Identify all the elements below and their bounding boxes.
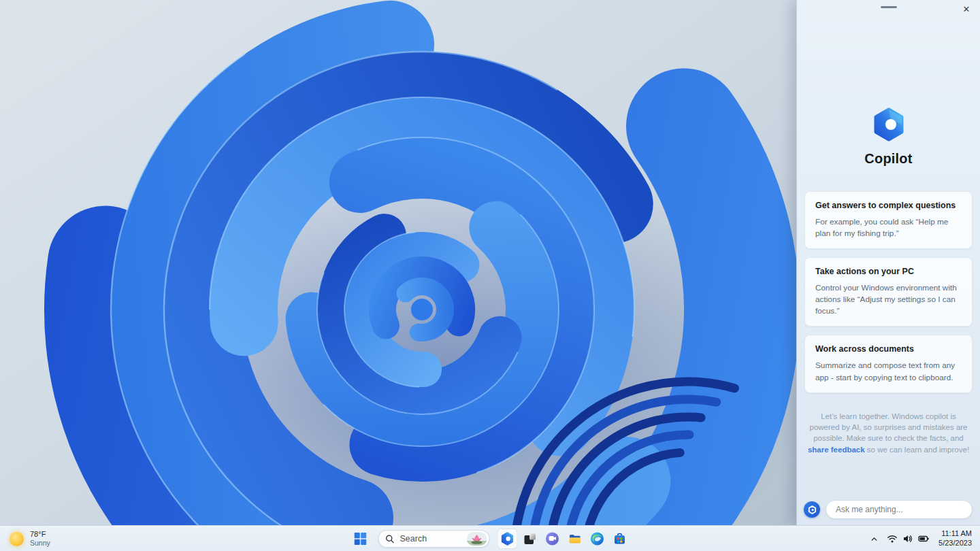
card-body: Summarize and compose text from any app …	[815, 360, 962, 383]
clock-date: 5/23/2023	[938, 539, 972, 548]
chat-icon	[546, 532, 559, 546]
copilot-avatar-icon	[804, 501, 820, 518]
copilot-icon	[501, 532, 514, 546]
taskbar-center-cluster: Search	[350, 526, 630, 551]
search-icon	[386, 535, 395, 544]
chevron-up-icon	[870, 535, 879, 544]
store-button[interactable]	[610, 529, 630, 549]
suggestion-card-take-actions[interactable]: Take actions on your PC Control your Win…	[804, 257, 973, 327]
chat-input-row	[804, 500, 973, 519]
weather-condition: Sunny	[30, 539, 50, 548]
panel-drag-handle[interactable]	[881, 6, 897, 8]
file-explorer-button[interactable]	[565, 529, 585, 549]
suggestion-cards: Get answers to complex questions For exa…	[804, 191, 973, 393]
windows-logo-icon	[355, 533, 367, 545]
card-title: Take actions on your PC	[815, 267, 962, 276]
search-box[interactable]: Search	[378, 530, 490, 548]
clock[interactable]: 11:11 AM 5/23/2023	[934, 529, 977, 548]
edge-icon	[591, 532, 604, 546]
card-body: For example, you could ask “Help me plan…	[815, 216, 962, 239]
volume-icon	[902, 533, 913, 544]
start-button[interactable]	[350, 529, 371, 549]
wifi-icon	[887, 533, 898, 544]
edge-button[interactable]	[587, 529, 608, 549]
weather-widget[interactable]: 78°F Sunny	[3, 526, 57, 551]
ask-me-anything-input[interactable]	[826, 500, 973, 519]
taskbar-copilot-button[interactable]	[497, 529, 518, 549]
taskbar: 78°F Sunny Search	[0, 525, 980, 551]
panel-title: Copilot	[797, 151, 980, 167]
weather-temperature: 78°F	[30, 530, 50, 539]
task-view-icon	[523, 533, 536, 546]
file-explorer-icon	[568, 532, 582, 546]
chat-button[interactable]	[542, 529, 563, 549]
desktop[interactable]	[0, 0, 796, 525]
copilot-logo-icon	[872, 107, 906, 141]
card-title: Get answers to complex questions	[815, 201, 962, 210]
sun-icon	[10, 532, 24, 546]
search-highlight-image	[467, 532, 487, 546]
search-label: Search	[400, 534, 467, 544]
close-icon[interactable]: ✕	[958, 1, 975, 18]
clock-time: 11:11 AM	[941, 529, 972, 539]
disclaimer-text: so we can learn and improve!	[867, 446, 969, 454]
quick-settings-button[interactable]	[883, 529, 933, 549]
share-feedback-link[interactable]: share feedback	[808, 446, 865, 454]
disclaimer-text: Let’s learn together. Windows copilot is…	[809, 412, 967, 443]
card-title: Work across documents	[815, 344, 962, 354]
copilot-panel: ✕ Copilot Get answers to complex questio…	[796, 0, 980, 525]
battery-icon	[918, 533, 930, 544]
hidden-icons-button[interactable]	[866, 529, 882, 549]
task-view-button[interactable]	[520, 529, 540, 549]
card-body: Control your Windows environment with ac…	[815, 282, 962, 317]
suggestion-card-complex-questions[interactable]: Get answers to complex questions For exa…	[804, 191, 973, 249]
system-tray: 11:11 AM 5/23/2023	[866, 526, 977, 551]
ai-disclaimer: Let’s learn together. Windows copilot is…	[806, 411, 970, 455]
suggestion-card-work-across-documents[interactable]: Work across documents Summarize and comp…	[804, 335, 973, 393]
wallpaper-bloom-image	[0, 0, 796, 525]
store-icon	[613, 532, 627, 546]
screen: ✕ Copilot Get answers to complex questio…	[0, 0, 980, 551]
